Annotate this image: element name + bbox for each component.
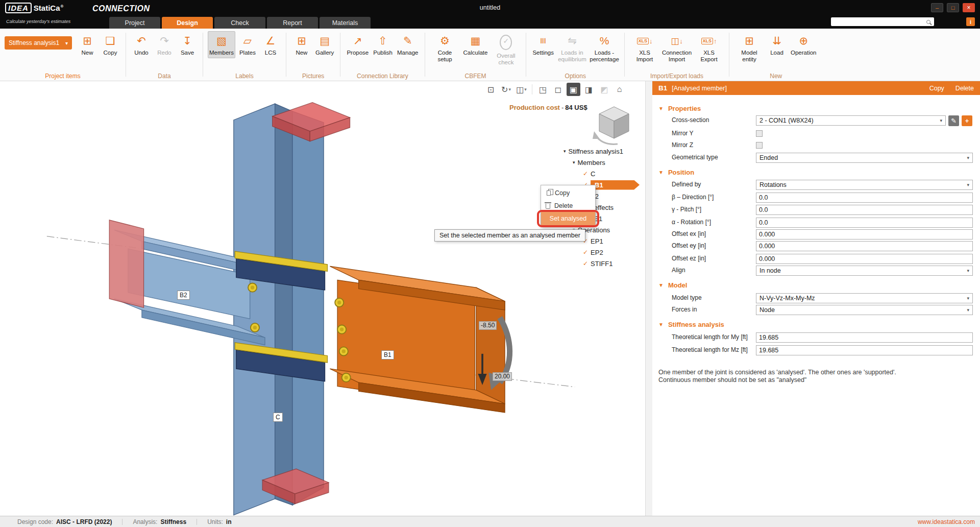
loads-percentage-button[interactable]: % Loads - percentage bbox=[589, 31, 620, 65]
defined-by-select[interactable]: Rotations ▾ bbox=[756, 180, 973, 190]
calculate-icon: ▦ bbox=[471, 33, 481, 49]
tree-item-stiff1[interactable]: ✓ STIFF1 bbox=[561, 258, 645, 269]
minimize-button[interactable]: – bbox=[931, 3, 943, 12]
context-menu-copy[interactable]: Copy bbox=[541, 186, 595, 199]
offset-ex-input[interactable] bbox=[756, 229, 973, 239]
collapse-icon[interactable]: ▾ bbox=[573, 160, 575, 165]
row-defined-by: Defined by Rotations ▾ bbox=[652, 179, 973, 190]
edit-cross-section-button[interactable]: ✎ bbox=[948, 115, 959, 126]
tab-design[interactable]: Design bbox=[162, 17, 213, 29]
connection-3d-model[interactable] bbox=[0, 81, 645, 516]
tree-item-c[interactable]: ✓ C bbox=[561, 168, 645, 179]
lcs-toggle[interactable]: ∠ LCS bbox=[260, 31, 281, 58]
close-button[interactable]: × bbox=[963, 3, 975, 12]
chevron-down-icon: ▾ bbox=[524, 87, 527, 92]
view-solid-button[interactable]: ▣ bbox=[567, 83, 580, 96]
beta-direction-input[interactable] bbox=[756, 193, 973, 203]
section-view-button[interactable]: ◫▾ bbox=[514, 83, 528, 96]
settings-button[interactable]: ≡ Settings bbox=[531, 31, 555, 58]
plates-labels-toggle[interactable]: ▱ Plates bbox=[237, 31, 258, 58]
check-icon[interactable]: ✓ bbox=[583, 260, 588, 267]
panel-copy-button[interactable]: Copy bbox=[929, 85, 944, 92]
help-button[interactable]: i bbox=[966, 17, 975, 26]
add-cross-section-button[interactable]: + bbox=[962, 115, 972, 126]
cross-section-select[interactable]: 2 - CON1 (W8X24) ▾ bbox=[756, 115, 946, 126]
tree-item-ep2[interactable]: ✓ EP2 bbox=[561, 247, 645, 258]
tab-project[interactable]: Project bbox=[109, 17, 160, 29]
maximize-button[interactable]: □ bbox=[947, 3, 959, 12]
document-title: untitled bbox=[480, 4, 500, 11]
member-label-c[interactable]: C bbox=[273, 413, 283, 422]
calculate-button[interactable]: ▦ Calculate bbox=[462, 31, 489, 58]
panel-delete-button[interactable]: Delete bbox=[955, 85, 974, 92]
copy-project-item-button[interactable]: ❏ Copy bbox=[100, 31, 121, 58]
selected-tree-item[interactable]: B1 bbox=[591, 180, 640, 190]
tab-report[interactable]: Report bbox=[267, 17, 318, 29]
zoom-extents-button[interactable]: ⊡ bbox=[484, 83, 498, 96]
align-select[interactable]: In node ▾ bbox=[756, 266, 973, 276]
offset-ey-input[interactable] bbox=[756, 241, 973, 251]
member-label-b1[interactable]: B1 bbox=[381, 350, 394, 360]
section-properties[interactable]: ▼ Properties bbox=[658, 103, 701, 114]
property-panel-header: B1 [Analysed member] Copy Delete bbox=[652, 81, 980, 95]
publish-button[interactable]: ⇧ Publish bbox=[372, 31, 394, 58]
view-compare-button: ◩ bbox=[597, 83, 611, 96]
gamma-pitch-input[interactable] bbox=[756, 205, 973, 215]
forces-in-select[interactable]: Node ▾ bbox=[756, 305, 973, 315]
alpha-rotation-input[interactable] bbox=[756, 218, 973, 228]
navigation-cube[interactable] bbox=[592, 105, 636, 147]
new-operation-button[interactable]: ⊕ Operation bbox=[789, 31, 818, 58]
section-position[interactable]: ▼ Position bbox=[658, 166, 694, 178]
new-project-item-button[interactable]: ⊞ New bbox=[77, 31, 98, 58]
connection-import-button[interactable]: ◫ ↓ Connection Import bbox=[662, 31, 692, 65]
theoretical-length-mz-input[interactable] bbox=[756, 345, 973, 355]
viewport-3d[interactable]: ⊡ ↻▾ ◫▾ ◳ ◻ ▣ ◨ ◩ ⌂ Production cost-84 U… bbox=[0, 81, 645, 516]
members-labels-toggle[interactable]: ▧ Members bbox=[208, 31, 235, 58]
moment-value-lower: 20.00 bbox=[493, 372, 512, 381]
new-load-button[interactable]: ⇊ Load bbox=[766, 31, 788, 58]
viewport-scrollbar[interactable] bbox=[645, 81, 652, 516]
view-transparent-button[interactable]: ◨ bbox=[582, 83, 596, 96]
ribbon-group-import-export-loads: XLS ↓ XLS Import ◫ ↓ Connection Import X… bbox=[625, 29, 729, 81]
analysis-value: Stiffness bbox=[160, 518, 186, 525]
undo-button[interactable]: ↶ Undo bbox=[131, 31, 152, 58]
row-mirror-z: Mirror Z bbox=[652, 140, 973, 151]
website-link[interactable]: www.ideastatica.com bbox=[918, 518, 975, 525]
check-icon[interactable]: ✓ bbox=[583, 249, 588, 256]
view-perspective-button[interactable]: ◳ bbox=[536, 83, 550, 96]
check-icon[interactable]: ✓ bbox=[583, 170, 588, 177]
tree-root-stiffness-analysis1[interactable]: ▾ Stiffness analysis1 bbox=[561, 146, 645, 157]
view-wireframe-button[interactable]: ◻ bbox=[551, 83, 565, 96]
context-menu-delete[interactable]: Delete bbox=[541, 199, 595, 212]
home-view-button[interactable]: ⌂ bbox=[612, 83, 626, 96]
code-setup-button[interactable]: ⚙ Code setup bbox=[430, 31, 460, 65]
model-type-select[interactable]: N-Vy-Vz-Mx-My-Mz ▾ bbox=[756, 293, 973, 303]
project-item-selector[interactable]: Stiffness analysis1 ▾ bbox=[5, 36, 72, 50]
model-entity-button[interactable]: ⊞ Model entity bbox=[734, 31, 765, 65]
tree-group-members[interactable]: ▾ Members bbox=[561, 157, 645, 168]
offset-ez-input[interactable] bbox=[756, 254, 973, 264]
units-value: in bbox=[226, 518, 232, 525]
geometrical-type-select[interactable]: Ended ▾ bbox=[756, 153, 973, 163]
selected-member-tag: [Analysed member] bbox=[672, 85, 727, 92]
section-stiffness-analysis[interactable]: ▼ Stiffness analysis bbox=[658, 319, 724, 330]
gear-icon: ⚙ bbox=[440, 33, 450, 49]
xls-import-button[interactable]: XLS ↓ XLS Import bbox=[629, 31, 660, 65]
tab-materials[interactable]: Materials bbox=[320, 17, 371, 29]
gallery-button[interactable]: ▤ Gallery bbox=[314, 31, 335, 58]
mirror-y-checkbox[interactable] bbox=[756, 130, 763, 137]
collapse-icon[interactable]: ▾ bbox=[564, 149, 566, 154]
propose-button[interactable]: ↗ Propose bbox=[345, 31, 370, 58]
orbit-button[interactable]: ↻▾ bbox=[499, 83, 513, 96]
mirror-z-checkbox[interactable] bbox=[756, 142, 763, 149]
context-menu-set-analysed[interactable]: Set analysed bbox=[541, 212, 595, 225]
section-model[interactable]: ▼ Model bbox=[658, 279, 687, 291]
manage-button[interactable]: ✎ Manage bbox=[396, 31, 420, 58]
new-picture-button[interactable]: ⊞ New bbox=[291, 31, 312, 58]
tab-check[interactable]: Check bbox=[214, 17, 265, 29]
member-label-b2[interactable]: B2 bbox=[177, 291, 190, 300]
theoretical-length-my-input[interactable] bbox=[756, 332, 973, 343]
search-input[interactable] bbox=[831, 18, 926, 25]
xls-export-button[interactable]: XLS ↑ XLS Export bbox=[694, 31, 724, 65]
save-button[interactable]: ↧ Save bbox=[177, 31, 198, 58]
